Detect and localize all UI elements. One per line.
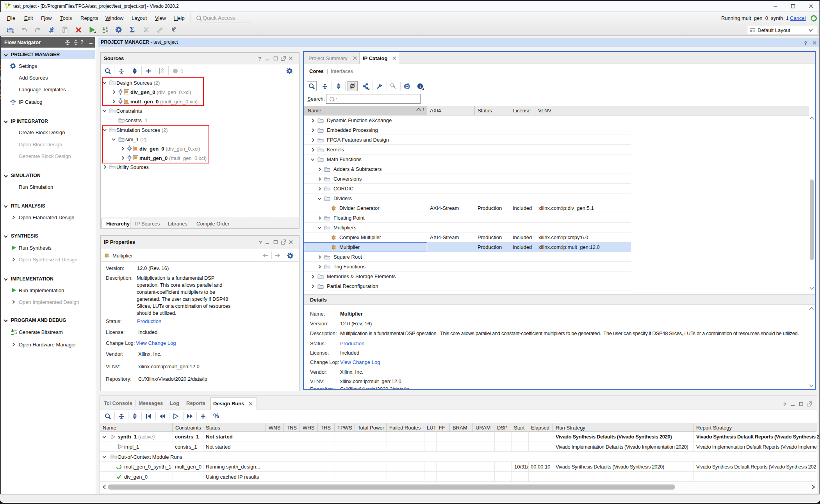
svg-text:01: 01 [106, 27, 108, 30]
svg-text:?: ? [258, 56, 261, 62]
svg-text:10: 10 [14, 332, 17, 335]
svg-text:10: 10 [106, 30, 108, 32]
svg-text:?: ? [160, 69, 163, 73]
svg-text:01: 01 [14, 329, 17, 332]
svg-text:i: i [419, 84, 421, 89]
svg-text:?: ? [783, 401, 786, 407]
svg-text:?: ? [259, 240, 262, 245]
